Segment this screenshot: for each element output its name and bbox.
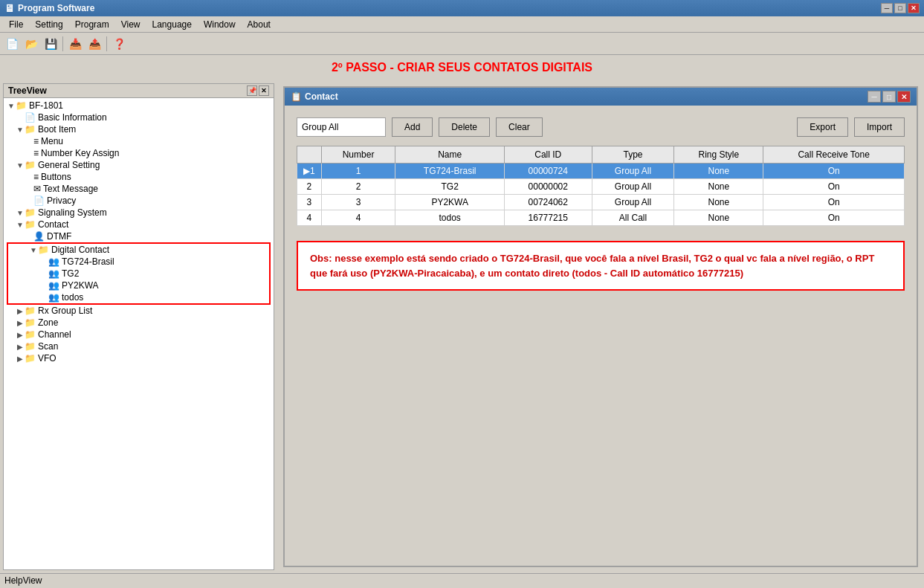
tree-node-numkey[interactable]: ≡ Number Key Assign (4, 147, 274, 159)
tree-node-dtmf[interactable]: 👤 DTMF (4, 230, 274, 242)
tree-label: Channel (38, 329, 71, 340)
main-heading: 2º PASSO - CRIAR SEUS CONTATOS DIGITAIS (0, 55, 924, 80)
treeview-close[interactable]: ✕ (259, 85, 269, 96)
cell-3: 00000724 (504, 164, 592, 179)
dialog-maximize[interactable]: □ (882, 91, 896, 103)
write-btn[interactable]: 📤 (85, 35, 103, 53)
tree-node-todos[interactable]: 👥 todos (8, 291, 269, 303)
cell-3: 16777215 (504, 210, 592, 226)
tree-node-basic-info[interactable]: 📄 Basic Information (4, 112, 274, 123)
tree-node-vfo[interactable]: ▶ 📁 VFO (4, 352, 274, 364)
close-btn[interactable]: ✕ (908, 3, 920, 13)
open-btn[interactable]: 📂 (22, 35, 40, 53)
minimize-btn[interactable]: ─ (881, 3, 893, 13)
help-btn[interactable]: ❓ (110, 35, 128, 53)
tree-node-contact[interactable]: ▼ 📁 Contact (4, 219, 274, 230)
tree-node-tg2[interactable]: 👥 TG2 (8, 268, 269, 280)
tree-node-py2kwa[interactable]: 👥 PY2KWA (8, 280, 269, 291)
cell-4: All Call (592, 210, 674, 226)
read-btn[interactable]: 📥 (66, 35, 84, 53)
cell-5: None (674, 164, 763, 179)
list-icon: ≡ (33, 136, 39, 146)
title-bar: 🖥 Program Software ─ □ ✕ (0, 0, 924, 16)
tree-node-privacy[interactable]: 📄 Privacy (4, 195, 274, 207)
dialog-controls: ─ □ ✕ (868, 91, 911, 103)
delete-button[interactable]: Delete (439, 117, 490, 137)
tree-content: ▼ 📁 BF-1801 📄 Basic Information ▼ 📁 Boot… (4, 98, 274, 569)
menu-about[interactable]: About (242, 18, 277, 31)
cell-6: On (763, 179, 905, 195)
toolbar: 📄 📂 💾 📥 📤 ❓ (0, 33, 924, 55)
dialog-minimize[interactable]: ─ (868, 91, 881, 103)
table-row[interactable]: ▶11TG724-Brasil00000724Group AllNoneOn (297, 164, 905, 179)
expand-vfo: ▶ (16, 355, 25, 363)
dialog-close[interactable]: ✕ (897, 91, 911, 103)
menu-language[interactable]: Language (146, 18, 198, 31)
dialog-body: Group All Group 1 Group 2 Add Delete Cle… (285, 106, 917, 566)
cell-1: 3 (321, 195, 395, 210)
menu-view[interactable]: View (115, 18, 146, 31)
tree-label: todos (62, 292, 83, 303)
treeview-pin[interactable]: 📌 (247, 85, 257, 96)
expand-bf1801: ▼ (7, 102, 16, 110)
menu-window[interactable]: Window (198, 18, 242, 31)
helpview-bar: HelpView (0, 573, 924, 587)
tree-node-boot[interactable]: ▼ 📁 Boot Item (4, 123, 274, 135)
tree-node-bf1801[interactable]: ▼ 📁 BF-1801 (4, 100, 274, 112)
menu-file[interactable]: File (3, 18, 29, 31)
new-btn[interactable]: 📄 (3, 35, 21, 53)
expand-gen: ▼ (16, 161, 25, 169)
table-header-row: Number Name Call ID Type Ring Style Call… (297, 146, 905, 164)
treeview-panel: TreeView 📌 ✕ ▼ 📁 BF-1801 📄 Basic Informa… (3, 83, 274, 570)
menu-setting[interactable]: Setting (29, 18, 68, 31)
cell-4: Group All (592, 195, 674, 210)
tree-node-digital[interactable]: ▼ 📁 Digital Contact (8, 244, 269, 256)
folder-icon: 📁 (38, 245, 49, 255)
import-button[interactable]: Import (854, 117, 905, 137)
tree-node-channel[interactable]: ▶ 📁 Channel (4, 329, 274, 340)
export-button[interactable]: Export (797, 117, 848, 137)
menu-bar: File Setting Program View Language Windo… (0, 16, 924, 33)
cell-5: None (674, 195, 763, 210)
dialog-area: 📋 Contact ─ □ ✕ Group All Group 1 (277, 80, 924, 573)
save-btn[interactable]: 💾 (42, 35, 59, 53)
list-icon: ≡ (33, 148, 39, 158)
add-button[interactable]: Add (392, 117, 433, 137)
expand-channel: ▶ (16, 331, 25, 339)
maximize-btn[interactable]: □ (894, 3, 906, 13)
expand-contact: ▼ (16, 221, 25, 229)
tree-node-menu[interactable]: ≡ Menu (4, 135, 274, 147)
folder-icon: 📁 (25, 329, 36, 340)
menu-program[interactable]: Program (69, 18, 115, 31)
table-row[interactable]: 33PY2KWA00724062Group AllNoneOn (297, 195, 905, 210)
tree-label: Contact (38, 219, 68, 230)
tree-node-scan[interactable]: ▶ 📁 Scan (4, 340, 274, 352)
tree-label: DTMF (47, 231, 71, 242)
folder-icon: 📁 (25, 219, 36, 230)
col-tone: Call Receive Tone (763, 146, 905, 164)
tree-node-rxgroup[interactable]: ▶ 📁 Rx Group List (4, 305, 274, 317)
tree-node-textmsg[interactable]: ✉ Text Message (4, 183, 274, 195)
tree-node-tg724[interactable]: 👥 TG724-Brasil (8, 256, 269, 268)
tree-node-buttons[interactable]: ≡ Buttons (4, 171, 274, 183)
table-row[interactable]: 44todos16777215All CallNoneOn (297, 210, 905, 226)
folder-icon: 📁 (25, 306, 36, 316)
cell-3: 00000002 (504, 179, 592, 195)
tree-label: Basic Information (38, 112, 107, 123)
cell-4: Group All (592, 179, 674, 195)
table-row[interactable]: 22TG200000002Group AllNoneOn (297, 179, 905, 195)
folder-icon: 📁 (25, 353, 36, 364)
doc-icon: 📄 (33, 196, 45, 206)
cell-2: TG724-Brasil (395, 164, 505, 179)
tree-label: General Setting (38, 160, 100, 170)
app-title: Program Software (18, 3, 94, 13)
app-icon: 🖥 (4, 2, 15, 14)
tree-node-gen[interactable]: ▼ 📁 General Setting (4, 159, 274, 171)
tree-node-signaling[interactable]: ▼ 📁 Signaling System (4, 207, 274, 219)
window-controls: ─ □ ✕ (881, 3, 920, 13)
cell-0: 3 (297, 195, 322, 210)
clear-button[interactable]: Clear (496, 117, 543, 137)
expand-boot: ▼ (16, 126, 25, 134)
group-dropdown[interactable]: Group All Group 1 Group 2 (297, 117, 386, 137)
tree-node-zone[interactable]: ▶ 📁 Zone (4, 317, 274, 329)
